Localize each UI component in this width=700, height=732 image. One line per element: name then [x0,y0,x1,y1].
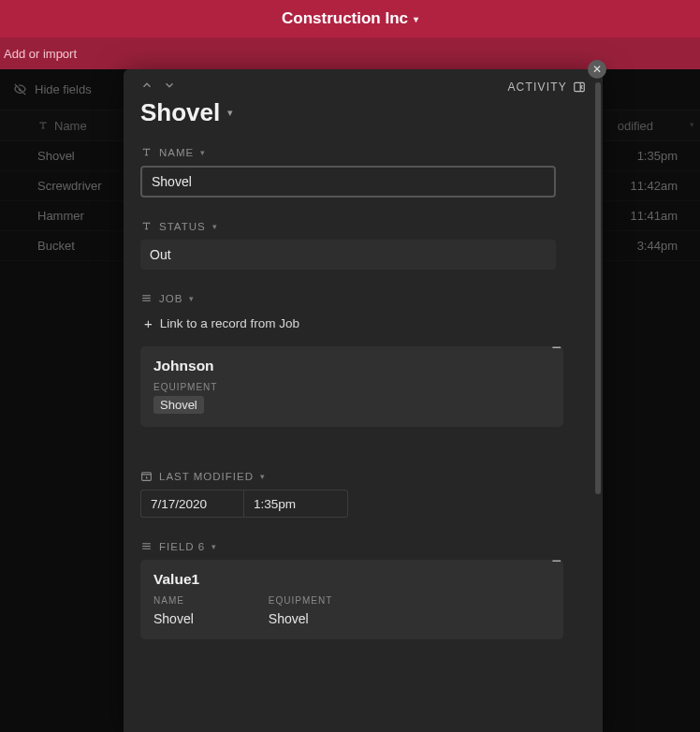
link-record-text: Link to a record from Job [160,316,299,330]
base-name-text: Construction Inc [282,9,408,28]
unlink-button[interactable]: − [551,339,561,356]
field-field6: FIELD 6 ▾ − Value1 NAME Shovel EQUIPMENT… [124,534,603,656]
caret-down-icon: ▾ [414,14,418,24]
caret-down-icon: ▾ [212,222,218,231]
clock-icon [140,470,153,482]
equipment-chip: Shovel [153,396,204,414]
caret-down-icon: ▾ [260,472,266,481]
card-name-label: NAME [153,595,194,606]
svg-rect-0 [575,82,585,91]
status-input[interactable] [140,240,556,270]
chevron-down-icon [163,79,176,92]
field-status: STATUS ▾ [124,214,603,286]
link-record-button[interactable]: + Link to a record from Job [140,312,586,343]
unlink-button[interactable]: − [551,552,561,569]
date-input[interactable] [140,490,243,518]
field-job-label: JOB [159,293,182,304]
close-icon: ✕ [592,63,602,76]
expand-panel-icon [573,81,586,94]
caret-down-icon: ▾ [189,294,195,303]
linked-card-title: Value1 [153,571,550,588]
field-label-row[interactable]: LAST MODIFIED ▾ [140,470,586,482]
close-record-button[interactable]: ✕ [588,60,606,79]
field-name: NAME ▾ [124,140,603,214]
caret-down-icon: ▾ [200,148,206,157]
last-modified-value [140,490,586,518]
field-job: JOB ▾ + Link to a record from Job − John… [124,286,603,444]
field-label-row[interactable]: NAME ▾ [140,146,586,158]
linked-card-equipment-label: EQUIPMENT [153,382,550,392]
chevron-up-icon [140,79,153,92]
field-field6-label: FIELD 6 [159,541,205,552]
field-label-row[interactable]: FIELD 6 ▾ [140,540,586,552]
expanded-record-panel: ACTIVITY Shovel ▾ NAME ▾ STATUS ▾ JOB ▾ [124,69,603,732]
record-menu-caret-icon[interactable]: ▾ [227,107,233,119]
field-last-modified-label: LAST MODIFIED [159,471,254,482]
app-header: Construction Inc ▾ [0,0,700,37]
plus-icon: + [144,315,153,331]
field-status-label: STATUS [159,221,206,232]
field-last-modified: LAST MODIFIED ▾ [124,444,603,534]
linked-record-card[interactable]: − Value1 NAME Shovel EQUIPMENT Shovel [140,560,563,639]
card-equipment-value: Shovel [269,611,332,626]
record-header: ACTIVITY [124,69,603,95]
time-input[interactable] [243,490,348,518]
name-input[interactable] [140,166,556,198]
caret-down-icon: ▾ [211,542,217,551]
linked-record-icon [140,540,153,552]
next-record-button[interactable] [163,79,176,95]
card-name-value: Shovel [153,611,194,626]
field-label-row[interactable]: STATUS ▾ [140,220,586,232]
card-equipment-label: EQUIPMENT [269,595,332,606]
activity-toggle[interactable]: ACTIVITY [507,81,586,94]
activity-label: ACTIVITY [507,81,567,94]
record-title-row: Shovel ▾ [124,95,603,140]
record-title: Shovel [140,98,220,127]
prev-record-button[interactable] [140,79,153,95]
base-title[interactable]: Construction Inc ▾ [282,9,418,28]
field-name-label: NAME [159,147,194,158]
add-import-link[interactable]: Add or import [4,47,77,61]
field-label-row[interactable]: JOB ▾ [140,292,586,304]
text-type-icon [140,146,153,158]
linked-record-card[interactable]: − Johnson EQUIPMENT Shovel [140,346,563,427]
text-type-icon [140,220,153,232]
linked-record-icon [140,292,153,304]
linked-card-title: Johnson [153,358,550,374]
scrollbar-thumb[interactable] [595,82,601,494]
